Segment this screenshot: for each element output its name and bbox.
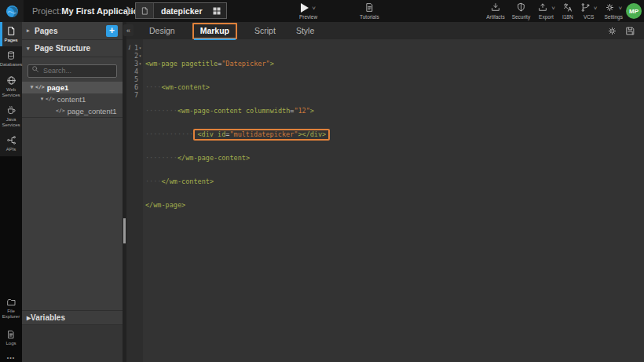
sidebar-item-pages[interactable]: Pages	[0, 22, 22, 46]
i18n-button[interactable]: I18N	[562, 2, 573, 20]
download-tray-icon	[490, 2, 501, 13]
tree-arrow-icon[interactable]: ▾	[38, 96, 46, 102]
fold-arrow-icon[interactable]: ▾	[138, 44, 142, 52]
main-area: Design Markup Script Style i 1	[126, 22, 644, 362]
tree-arrow-icon[interactable]: ▾	[28, 84, 35, 90]
pages-icon	[6, 26, 16, 36]
line-number: 4	[134, 68, 138, 75]
panel-scrollbar-thumb[interactable]	[123, 218, 126, 243]
vcs-chevron-icon[interactable]: ˅	[594, 5, 598, 13]
widgets-grid-icon[interactable]	[212, 6, 221, 16]
code-tag-icon: </>	[46, 96, 55, 102]
preview-button[interactable]: ˅ Preview	[299, 2, 317, 20]
code-line-5: ········</wm-page-content>	[145, 154, 330, 162]
tutorials-doc-icon	[364, 2, 375, 13]
user-avatar[interactable]: MP	[626, 3, 642, 19]
collapse-panel-button[interactable]: «	[123, 24, 134, 36]
preview-chevron-icon[interactable]: ˅	[312, 5, 316, 13]
tutorials-button[interactable]: Tutorials	[360, 2, 379, 20]
sidebar-item-databases[interactable]: Databases	[0, 46, 22, 71]
topbar-actions: Artifacts Security ˅ Export	[486, 2, 623, 20]
coffee-icon	[6, 105, 16, 115]
pages-nav-label: Pages	[4, 38, 17, 43]
code-content[interactable]: <wm-page pagetitle="Datepicker"> ····<wm…	[143, 39, 330, 362]
markup-code-editor[interactable]: i 1 ▾ 2 ▾ 3 ▾ 4 5 6	[126, 39, 644, 362]
line-number: 7	[134, 91, 138, 99]
i18n-label: I18N	[562, 14, 573, 20]
artifacts-button[interactable]: Artifacts	[486, 2, 504, 20]
tree-item-page-content1[interactable]: </> page_content1	[22, 105, 123, 118]
tree-item-label: page1	[47, 83, 68, 92]
fold-arrow-icon[interactable]: ▾	[138, 60, 142, 68]
sidebar-item-apis[interactable]: APIs	[0, 131, 22, 156]
tab-style[interactable]: Style	[286, 22, 324, 39]
page-structure-header[interactable]: ▾ Page Structure	[22, 40, 123, 57]
vcs-label: VCS	[584, 14, 594, 20]
code-line-6: ····</wm-content>	[145, 177, 330, 185]
code-tag-icon: </>	[35, 84, 45, 90]
tab-script[interactable]: Script	[244, 22, 286, 39]
more-options-icon[interactable]: •••	[0, 355, 22, 360]
folder-icon	[6, 298, 16, 307]
left-nav-strip: Pages Databases Web Services	[0, 22, 22, 362]
structure-search	[22, 57, 123, 82]
editor-gutter: i 1 ▾ 2 ▾ 3 ▾ 4 5 6	[126, 39, 143, 362]
java-services-nav-label: Java Services	[2, 117, 20, 128]
web-services-nav-label: Web Services	[2, 87, 20, 98]
pages-section-title: Pages	[35, 27, 57, 35]
gutter-line: 3 ▾	[126, 60, 143, 68]
security-label: Security	[512, 14, 530, 20]
panel-divider[interactable]	[123, 22, 126, 362]
markup-settings-gear-icon[interactable]	[607, 26, 617, 36]
variables-section-header[interactable]: ▸ Variables	[22, 310, 123, 325]
structure-collapse-arrow-icon[interactable]: ▾	[27, 46, 35, 52]
gutter-line: 4	[126, 68, 143, 75]
fold-arrow-icon[interactable]: ▾	[138, 52, 142, 60]
gutter-line: 6	[126, 83, 143, 91]
line-number: 5	[134, 75, 138, 83]
artifacts-label: Artifacts	[486, 14, 504, 20]
search-input[interactable]	[27, 64, 117, 78]
sidebar-item-logs[interactable]: Logs	[0, 324, 22, 351]
settings-button[interactable]: ˅ Settings	[605, 2, 624, 20]
info-icon: i	[128, 44, 130, 52]
vcs-button[interactable]: ˅ VCS	[580, 2, 598, 20]
settings-label: Settings	[605, 14, 624, 20]
globe-icon	[6, 75, 16, 86]
save-icon[interactable]	[625, 26, 635, 36]
pages-collapse-arrow-icon[interactable]: ▸	[27, 27, 35, 34]
search-icon	[31, 65, 39, 73]
translate-icon	[562, 2, 573, 13]
nav-top-group: Pages Databases Web Services	[0, 22, 22, 156]
markup-tab-annotation-box: Markup	[192, 23, 237, 39]
export-button[interactable]: ˅ Export	[537, 2, 555, 20]
code-line-2: ····<wm-content>	[145, 83, 330, 91]
upload-tray-icon	[537, 2, 548, 13]
tab-markup[interactable]: Markup	[194, 24, 236, 37]
gutter-line: 7	[126, 91, 143, 99]
gear-icon	[605, 2, 615, 13]
security-button[interactable]: Security	[512, 2, 530, 20]
api-connector-icon	[6, 135, 16, 145]
pages-panel: ▸ Pages + ▾ Page Structure ▾ </> page1 ▾…	[22, 22, 123, 362]
add-page-button[interactable]: +	[106, 25, 118, 37]
export-chevron-icon[interactable]: ˅	[551, 5, 555, 13]
project-label: Project:	[32, 6, 61, 16]
app-logo[interactable]	[0, 0, 24, 22]
sidebar-item-web-services[interactable]: Web Services	[0, 71, 22, 101]
variables-title: Variables	[31, 313, 65, 322]
gutter-line: 2 ▾	[126, 52, 143, 60]
play-icon	[301, 3, 309, 13]
settings-chevron-icon[interactable]: ˅	[618, 5, 622, 13]
pages-section-header[interactable]: ▸ Pages +	[22, 22, 123, 40]
gutter-line: i 1 ▾	[126, 44, 143, 52]
sidebar-item-java-services[interactable]: Java Services	[0, 101, 22, 131]
sidebar-item-file-explorer[interactable]: File Explorer	[0, 293, 22, 324]
open-page-name: datepicker	[154, 6, 212, 16]
tab-design[interactable]: Design	[139, 22, 185, 39]
tree-item-content1[interactable]: ▾ </> content1	[22, 93, 123, 105]
file-explorer-nav-label: File Explorer	[2, 309, 20, 320]
open-page-tab[interactable]: datepicker	[135, 2, 227, 19]
tree-item-label: page_content1	[68, 107, 117, 115]
tree-item-page1[interactable]: ▾ </> page1	[22, 82, 123, 93]
